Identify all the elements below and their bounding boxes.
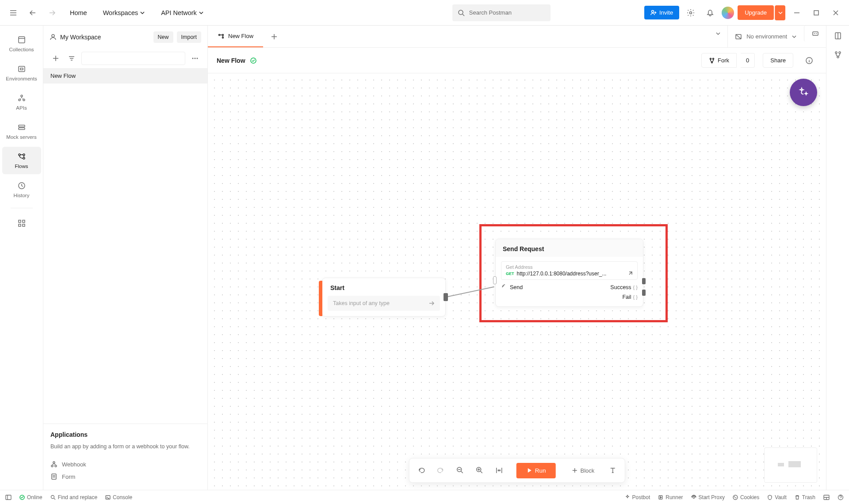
find-replace-button[interactable]: Find and replace (50, 494, 97, 500)
tab-label: New Flow (228, 33, 253, 39)
rail-flows[interactable]: Flows (2, 147, 41, 174)
request-config[interactable]: Get Address GET http://127.0.0.1:8080/ad… (501, 261, 638, 280)
console-button[interactable]: Console (105, 494, 132, 500)
minimap[interactable] (764, 447, 817, 483)
flows-icon (218, 33, 225, 40)
start-node[interactable]: Start Takes input of any type (322, 278, 446, 317)
workspaces-dropdown[interactable]: Workspaces (97, 6, 152, 20)
filter-input[interactable] (81, 52, 185, 65)
runner-button[interactable]: Runner (658, 494, 683, 500)
more-icon[interactable] (189, 52, 201, 65)
environment-quicklook-icon[interactable] (804, 26, 826, 42)
webhook-link[interactable]: Webhook (50, 458, 200, 470)
open-icon[interactable] (627, 271, 633, 276)
add-icon[interactable] (50, 52, 62, 65)
home-link[interactable]: Home (64, 6, 93, 20)
cookies-button[interactable]: Cookies (733, 494, 759, 500)
ai-assistant-fab[interactable] (790, 79, 817, 106)
svg-point-28 (219, 34, 220, 35)
zoom-out-icon[interactable] (452, 462, 469, 479)
rail-configure-icon[interactable] (14, 215, 30, 231)
svg-point-2 (690, 11, 692, 14)
fit-icon[interactable] (491, 462, 508, 479)
fork-button[interactable]: Fork (701, 53, 737, 68)
output-handle[interactable] (444, 293, 448, 301)
svg-point-51 (734, 496, 734, 497)
history-icon (17, 181, 26, 190)
add-block-button[interactable]: Block (564, 463, 601, 478)
info-icon[interactable] (801, 53, 817, 69)
import-button[interactable]: Import (177, 31, 201, 43)
share-button[interactable]: Share (763, 53, 793, 68)
environment-selector[interactable]: No environment (727, 26, 804, 47)
start-input[interactable]: Takes input of any type (328, 296, 440, 311)
help-icon[interactable] (838, 494, 844, 500)
close-icon[interactable] (828, 5, 844, 21)
vault-button[interactable]: Vault (767, 494, 786, 500)
back-icon[interactable] (25, 5, 41, 21)
upgrade-button[interactable]: Upgrade (738, 5, 774, 20)
new-button[interactable]: New (153, 31, 173, 43)
minimize-icon[interactable] (789, 5, 805, 21)
request-name: Get Address (506, 264, 633, 270)
tab-flow[interactable]: New Flow (208, 26, 263, 47)
status-bar: Online Find and replace Console Postbot … (0, 490, 849, 504)
invite-button[interactable]: Invite (644, 6, 679, 19)
workspace-title[interactable]: My Workspace (60, 34, 150, 41)
maximize-icon[interactable] (808, 5, 824, 21)
invite-label: Invite (659, 9, 673, 16)
proxy-button[interactable]: Start Proxy (691, 494, 725, 500)
flow-name[interactable]: New Flow (217, 57, 245, 64)
output-handle-success[interactable] (642, 278, 646, 284)
api-network-dropdown[interactable]: API Network (155, 6, 210, 20)
add-tab-button[interactable] (263, 26, 285, 47)
webhook-icon (50, 461, 57, 468)
rail-history[interactable]: History (2, 176, 41, 203)
arrow-right-icon (428, 300, 435, 306)
proxy-icon (691, 495, 696, 500)
center-area: New Flow No environment New Flow (208, 26, 826, 490)
filter-icon[interactable] (65, 52, 78, 65)
output-handle-fail[interactable] (642, 290, 646, 296)
undo-icon[interactable] (413, 462, 430, 479)
notifications-icon[interactable] (702, 5, 718, 21)
collections-icon (17, 35, 26, 44)
fork-icon (709, 57, 715, 64)
run-button[interactable]: Run (516, 463, 556, 478)
hamburger-icon[interactable] (5, 5, 21, 21)
chevron-down-icon (140, 10, 145, 15)
svg-rect-27 (52, 474, 56, 479)
upgrade-caret[interactable] (775, 5, 785, 20)
tab-chevron-icon[interactable] (709, 26, 727, 42)
search-input[interactable]: Search Postman (452, 4, 551, 21)
forward-icon[interactable] (44, 5, 60, 21)
redo-icon[interactable] (432, 462, 449, 479)
fork-count[interactable]: 0 (741, 53, 755, 68)
svg-point-21 (192, 58, 194, 59)
input-handle[interactable] (493, 276, 497, 284)
rail-collections[interactable]: Collections (2, 30, 41, 57)
fork-vertical-icon[interactable] (834, 51, 842, 60)
postbot-button[interactable]: Postbot (625, 494, 650, 500)
fail-port-label: Fail (622, 294, 631, 300)
zoom-in-icon[interactable] (471, 462, 488, 479)
svg-point-7 (21, 95, 23, 97)
flow-canvas[interactable]: Start Takes input of any type Send Reque… (208, 73, 826, 490)
send-request-node[interactable]: Send Request Get Address GET http://127.… (495, 239, 643, 307)
text-icon[interactable] (604, 462, 621, 479)
trash-button[interactable]: Trash (795, 494, 815, 500)
avatar[interactable] (722, 7, 734, 19)
rail-environments[interactable]: Environments (2, 59, 41, 87)
sidebar-toggle-icon[interactable] (5, 494, 11, 500)
layout-icon[interactable] (823, 494, 830, 500)
rail-apis[interactable]: APIs (2, 88, 41, 116)
rail-mock-servers[interactable]: Mock servers (2, 118, 41, 145)
docs-icon[interactable] (834, 32, 842, 41)
svg-point-20 (52, 34, 54, 37)
form-link[interactable]: Form (50, 470, 200, 483)
online-status[interactable]: Online (19, 494, 42, 500)
list-item[interactable]: New Flow (43, 68, 207, 84)
settings-icon[interactable] (683, 5, 699, 21)
svg-point-29 (222, 34, 224, 35)
search-placeholder: Search Postman (469, 9, 512, 16)
